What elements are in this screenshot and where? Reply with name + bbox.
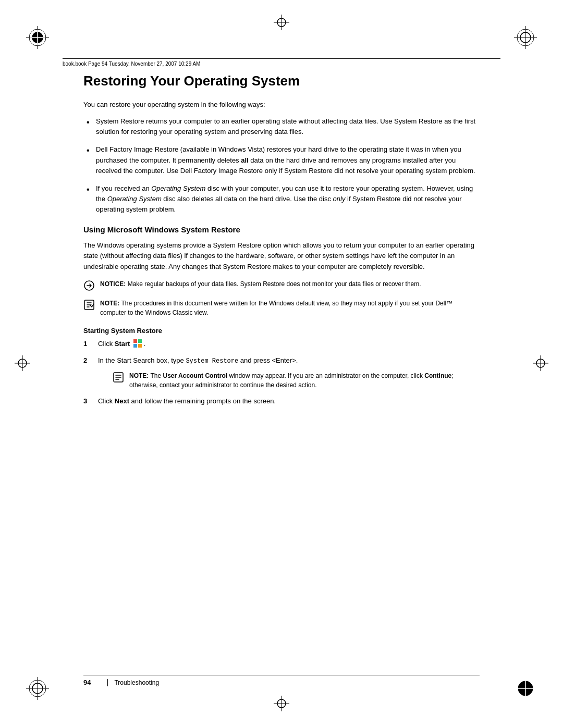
bottom-center-mark [274,696,289,713]
bullet-item-3: If you received an Operating System disc… [96,184,473,213]
step-3-text: Click Next and follow the remaining prom… [98,397,276,405]
list-item: Dell Factory Image Restore (available in… [83,144,480,176]
notice-label: NOTICE: [100,280,126,288]
list-item: System Restore returns your computer to … [83,116,480,137]
intro-text: You can restore your operating system in… [83,100,480,110]
corner-mark-tr [514,26,537,51]
corner-mark-bl [26,677,49,702]
section-heading: Using Microsoft Windows System Restore [83,225,480,234]
footer-text: Troubleshooting [114,679,159,686]
left-center-mark [15,355,30,373]
corner-mark-tl-inner [30,30,45,47]
bullet-item-2: Dell Factory Image Restore (available in… [96,145,475,174]
main-content: Restoring Your Operating System You can … [83,73,480,676]
step2-note-label: NOTE: [129,372,149,379]
note-text-1: NOTE: The procedures in this document we… [100,299,480,317]
top-center-mark [274,15,289,32]
step-2: In the Start Search box, type System Res… [83,355,480,390]
list-item: If you received an Operating System disc… [83,183,480,215]
step-1-text: Click Start . [98,340,145,348]
footer-separator [107,679,108,686]
corner-mark-br [514,677,537,702]
svg-rect-32 [133,339,137,343]
right-center-mark [533,355,548,373]
section-body: The Windows operating systems provide a … [83,240,480,272]
step2-note-box: NOTE: The User Account Control window ma… [113,371,480,390]
windows-logo [133,339,142,348]
svg-rect-34 [133,344,137,348]
notice-box: NOTICE: Make regular backups of your dat… [83,279,480,291]
note-box-1: NOTE: The procedures in this document we… [83,299,480,317]
step-2-text: In the Start Search box, type System Res… [98,356,298,364]
step-3: Click Next and follow the remaining prom… [83,396,480,406]
step-1: Click Start . [83,339,480,349]
header-bar: book.book Page 94 Tuesday, November 27, … [63,58,500,67]
sub-heading: Starting System Restore [83,327,480,335]
step2-note-text: NOTE: The User Account Control window ma… [129,371,480,390]
svg-rect-35 [138,344,142,348]
note-label-1: NOTE: [100,300,119,307]
header-text: book.book Page 94 Tuesday, November 27, … [63,61,200,67]
bullet-item-1: System Restore returns your computer to … [96,117,475,135]
note-icon-1 [83,299,95,311]
footer: 94 Troubleshooting [83,675,480,686]
svg-rect-33 [138,339,142,343]
page: book.book Page 94 Tuesday, November 27, … [0,0,563,728]
notice-icon [83,280,95,291]
footer-page-number: 94 [83,678,91,686]
page-title: Restoring Your Operating System [83,73,480,89]
numbered-steps: Click Start . In the Start Search box, t… [83,339,480,407]
step2-note-icon [113,372,124,383]
bullet-list: System Restore returns your computer to … [83,116,480,215]
notice-text: NOTICE: Make regular backups of your dat… [100,279,421,289]
